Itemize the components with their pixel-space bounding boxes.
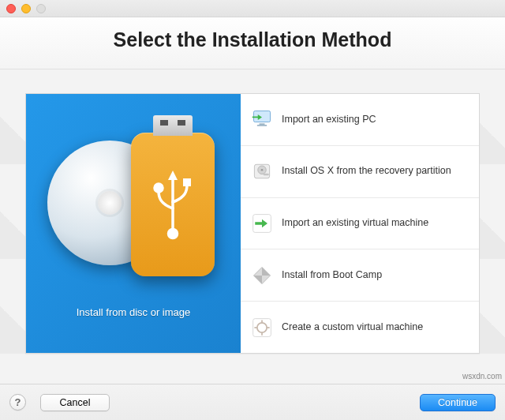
option-install-from-disc[interactable]: Install from disc or image [26, 94, 241, 353]
option-label: Import an existing virtual machine [282, 217, 469, 230]
option-label: Create a custom virtual machine [282, 321, 469, 334]
disc-usb-illustration [43, 126, 224, 284]
usb-connector-icon [153, 115, 193, 136]
close-window-icon[interactable] [6, 4, 16, 13]
svg-rect-11 [264, 174, 269, 176]
header: Select the Installation Method [0, 17, 505, 69]
option-label: Install from Boot Camp [282, 269, 469, 282]
svg-rect-7 [257, 125, 267, 126]
minimize-window-icon[interactable] [21, 4, 31, 13]
option-label: Install OS X from the recovery partition [282, 165, 469, 178]
custom-vm-icon [250, 316, 274, 339]
option-install-boot-camp[interactable]: Install from Boot Camp [241, 249, 479, 302]
help-button[interactable]: ? [9, 394, 26, 411]
footer-toolbar: ? Cancel Continue [0, 384, 505, 420]
method-panel: Install from disc or image Import an exi… [25, 93, 480, 354]
option-label: Import an existing PC [282, 114, 469, 126]
option-import-existing-pc[interactable]: Import an existing PC [241, 94, 479, 146]
maximize-window-icon [36, 4, 46, 13]
boot-camp-icon [250, 264, 274, 287]
svg-rect-6 [260, 124, 265, 126]
option-create-custom-vm[interactable]: Create a custom virtual machine [241, 302, 479, 353]
option-install-osx-recovery[interactable]: Install OS X from the recovery partition [241, 146, 479, 198]
svg-point-1 [169, 229, 178, 238]
hard-drive-icon [250, 159, 274, 183]
window-titlebar [0, 0, 505, 17]
svg-marker-2 [168, 171, 178, 180]
option-import-existing-vm[interactable]: Import an existing virtual machine [241, 198, 479, 250]
import-vm-icon [250, 212, 274, 235]
usb-symbol-icon [149, 169, 196, 240]
svg-point-10 [261, 169, 264, 171]
page-title: Select the Installation Method [16, 28, 489, 51]
monitor-import-icon [250, 107, 274, 131]
continue-button[interactable]: Continue [420, 394, 496, 411]
usb-drive-icon [131, 133, 215, 276]
options-list: Import an existing PC Install OS X from … [241, 94, 479, 353]
cancel-button[interactable]: Cancel [40, 394, 110, 411]
option-install-from-disc-label: Install from disc or image [77, 306, 191, 318]
svg-rect-4 [183, 178, 191, 186]
svg-point-3 [155, 184, 163, 192]
content-area: Install from disc or image Import an exi… [0, 69, 505, 393]
watermark-text: wsxdn.com [462, 372, 502, 381]
